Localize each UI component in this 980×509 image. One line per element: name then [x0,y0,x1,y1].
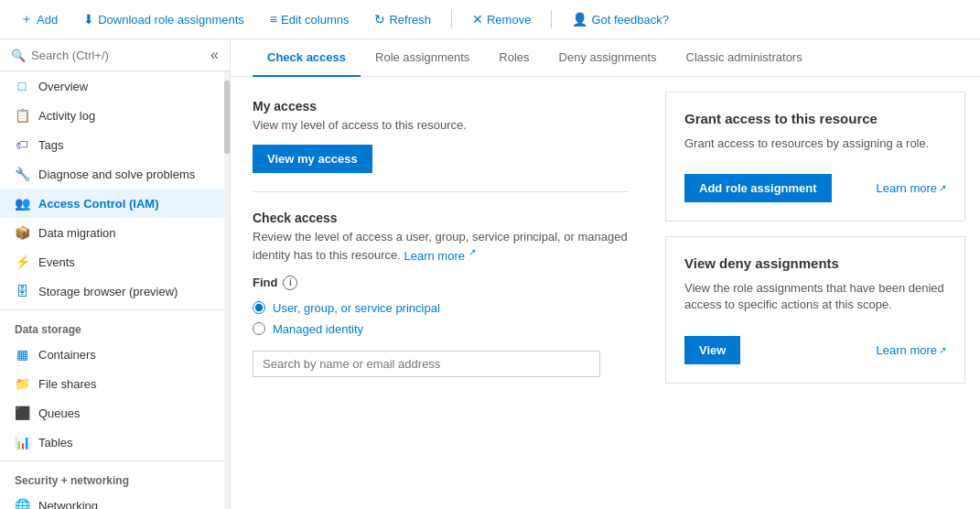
sidebar-item-storage-browser[interactable]: 🗄 Storage browser (preview) [0,276,230,306]
access-icon: 👥 [15,196,29,211]
add-icon: ＋ [20,11,33,27]
sidebar-item-diagnose[interactable]: 🔧 Diagnose and solve problems [0,159,230,189]
divider-2 [0,460,230,461]
learn-more-label: Learn more [877,181,937,195]
sidebar-item-label: Diagnose and solve problems [38,168,195,181]
tab-classic-administrators[interactable]: Classic administrators [672,39,817,77]
sidebar-item-overview[interactable]: □ Overview [0,71,230,101]
feedback-button[interactable]: 👤 Got feedback? [566,8,674,30]
feedback-icon: 👤 [572,12,587,27]
left-panel: My access View my level of access to thi… [231,77,651,509]
add-label: Add [37,13,58,27]
remove-label: Remove [487,13,531,27]
grant-access-card: Grant access to this resource Grant acce… [665,92,965,222]
add-role-assignment-button[interactable]: Add role assignment [684,174,832,202]
grant-access-learn-more-link[interactable]: Learn more ↗ [877,181,946,195]
content-body: My access View my level of access to thi… [231,77,980,509]
scrollbar[interactable] [224,71,230,509]
find-row: Find i [253,276,629,290]
view-deny-assignments-button[interactable]: View [684,336,740,364]
sidebar-item-file-shares[interactable]: 📁 File shares [0,369,230,398]
sidebar-item-containers[interactable]: ▦ Containers [0,340,230,369]
tab-label: Roles [499,50,529,64]
events-icon: ⚡ [15,254,29,269]
sidebar-item-label: Containers [38,348,96,362]
main-layout: 🔍 « □ Overview 📋 Activity log 🏷 Tags 🔧 [0,39,980,509]
tab-label: Classic administrators [686,50,802,64]
edit-columns-button[interactable]: ≡ Edit columns [264,8,355,30]
sidebar-item-tables[interactable]: 📊 Tables [0,428,230,457]
tab-check-access[interactable]: Check access [253,39,361,77]
deny-assignments-learn-more-link[interactable]: Learn more ↗ [877,343,946,357]
my-access-desc: View my level of access to this resource… [253,117,629,134]
search-input[interactable] [31,49,205,62]
separator [451,10,452,28]
feedback-label: Got feedback? [591,13,669,27]
check-access-desc: Review the level of access a user, group… [253,229,629,265]
radio-user-group-input[interactable] [253,301,265,314]
deny-assignments-card-footer: View Learn more ↗ [684,336,946,364]
sidebar-item-label: Networking [38,499,98,510]
overview-icon: □ [15,79,29,93]
learn-more-label: Learn more [877,343,937,357]
download-button[interactable]: ⬇ Download role assignments [78,8,250,30]
tables-icon: 📊 [15,435,29,449]
remove-button[interactable]: ✕ Remove [467,8,536,30]
tabs-container: Check access Role assignments Roles Deny… [231,39,980,77]
migration-icon: 📦 [15,225,29,240]
right-panel: Grant access to this resource Grant acce… [651,77,980,509]
deny-assignments-card-title: View deny assignments [684,255,946,271]
sidebar-item-events[interactable]: ⚡ Events [0,247,230,276]
sidebar-item-label: File shares [38,377,97,391]
sidebar-scroll: □ Overview 📋 Activity log 🏷 Tags 🔧 Diagn… [0,71,230,509]
radio-user-group[interactable]: User, group, or service principal [253,301,629,315]
sidebar-item-networking[interactable]: 🌐 Networking [0,491,230,509]
tab-roles[interactable]: Roles [484,39,544,77]
radio-managed-identity-label: Managed identity [273,322,363,336]
info-icon[interactable]: i [283,276,297,290]
refresh-icon: ↻ [374,12,385,27]
tab-deny-assignments[interactable]: Deny assignments [544,39,672,77]
deny-assignments-card: View deny assignments View the role assi… [665,236,965,383]
sidebar-item-activity-log[interactable]: 📋 Activity log [0,101,230,130]
content-area: Check access Role assignments Roles Deny… [231,39,980,509]
external-link-icon: ↗ [468,246,476,256]
tags-icon: 🏷 [15,137,29,152]
grant-access-card-desc: Grant access to resources by assigning a… [684,135,946,152]
grant-access-card-footer: Add role assignment Learn more ↗ [684,174,946,202]
search-icon: 🔍 [11,49,26,62]
refresh-button[interactable]: ↻ Refresh [369,8,436,30]
deny-assignments-card-desc: View the role assignments that have been… [684,280,946,313]
remove-icon: ✕ [472,12,483,27]
search-by-name-input[interactable] [253,351,600,377]
radio-group: User, group, or service principal Manage… [253,301,629,336]
sidebar-item-access-control[interactable]: 👥 Access Control (IAM) [0,189,230,218]
add-button[interactable]: ＋ Add [15,7,63,31]
fileshares-icon: 📁 [15,376,29,391]
sidebar-item-label: Queues [38,406,81,420]
download-icon: ⬇ [83,12,94,27]
tab-role-assignments[interactable]: Role assignments [361,39,484,77]
sidebar-item-label: Tables [38,436,73,449]
grant-access-card-title: Grant access to this resource [684,111,946,126]
containers-icon: ▦ [15,347,29,362]
sidebar-item-tags[interactable]: 🏷 Tags [0,130,230,159]
sidebar-item-data-migration[interactable]: 📦 Data migration [0,218,230,247]
collapse-icon[interactable]: « [210,47,219,63]
radio-managed-identity-input[interactable] [253,322,265,335]
sidebar-item-label: Events [38,255,75,269]
activity-icon: 📋 [15,108,29,123]
scrollbar-thumb [224,81,230,154]
learn-more-link[interactable]: Learn more ↗ [404,249,475,263]
security-section-label: Security + networking [0,465,230,491]
view-my-access-button[interactable]: View my access [253,145,372,173]
my-access-title: My access [253,99,629,114]
sidebar-item-queues[interactable]: ⬛ Queues [0,398,230,428]
divider-1 [0,309,230,310]
networking-icon: 🌐 [15,498,29,509]
sidebar-item-label: Access Control (IAM) [38,197,158,211]
storage-browser-icon: 🗄 [15,284,29,298]
tab-label: Role assignments [375,50,469,64]
sidebar-item-label: Storage browser (preview) [38,285,178,298]
radio-managed-identity[interactable]: Managed identity [253,322,629,336]
